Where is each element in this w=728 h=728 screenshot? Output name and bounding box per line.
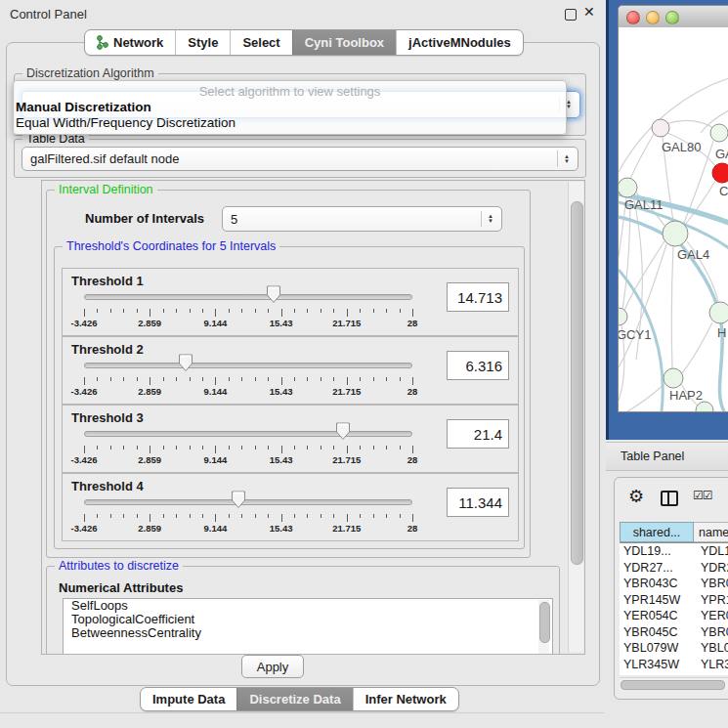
attribute-list-item[interactable]: TopologicalCoefficient (64, 613, 552, 626)
attribute-list-item[interactable]: SelfLoops (64, 599, 552, 613)
cell-shared-name[interactable]: YBR045C (620, 625, 697, 639)
table-horizontal-scrollbar[interactable] (620, 677, 728, 690)
tab-infer-network[interactable]: Infer Network (353, 688, 458, 710)
threshold-value-field[interactable]: 6.316 (447, 351, 509, 380)
tick (400, 309, 401, 313)
threshold-value-field[interactable]: 11.344 (447, 488, 509, 517)
tick (110, 309, 111, 313)
tick (255, 514, 256, 518)
slider-track[interactable] (84, 431, 412, 437)
table-row[interactable]: YDR27...YDR2 (620, 560, 728, 577)
slider-track[interactable] (84, 363, 412, 368)
network-node-label: H (717, 325, 726, 340)
cell-shared-name[interactable]: YPR145W (620, 593, 697, 607)
table-data-combobox[interactable]: galFiltered.sif default node ▲▼ (21, 147, 578, 171)
cell-shared-name[interactable]: YER054C (620, 609, 697, 622)
table-row[interactable]: YIL052CYIL0 (620, 672, 728, 675)
threshold-slider[interactable]: -3.4262.8599.14415.4321.71528 (84, 422, 412, 467)
thresholds-group: Threshold's Coordinates for 5 Intervals … (54, 246, 525, 549)
cell-name[interactable]: YBR0 (697, 577, 728, 590)
tab-cyni-toolbox[interactable]: Cyni Toolbox (292, 30, 396, 55)
number-of-intervals-combobox[interactable]: 5 ▲▼ (222, 206, 502, 232)
slider-thumb[interactable] (231, 491, 246, 509)
apply-button[interactable]: Apply (241, 655, 304, 678)
dropdown-item-equal-width[interactable]: Equal Width/Frequency Discretization (16, 115, 236, 130)
slider-track[interactable] (84, 294, 412, 300)
network-node-HAP2[interactable] (664, 368, 683, 388)
table-row[interactable]: YBR045CYBR0 (620, 624, 728, 641)
dropdown-item-manual-discretization[interactable]: Manual Discretization (16, 100, 151, 114)
tick-label: 2.859 (138, 454, 161, 465)
tick (123, 514, 124, 518)
minimize-traffic-light[interactable] (646, 11, 660, 24)
network-node-GCY1[interactable] (619, 308, 627, 325)
table-row[interactable]: YBR043CYBR0 (620, 576, 728, 592)
zoom-traffic-light[interactable] (665, 11, 679, 24)
slider-thumb[interactable] (335, 422, 351, 441)
network-node-GAL11[interactable] (619, 178, 637, 197)
threshold-slider[interactable]: -3.4262.8599.14415.4321.71528 (84, 491, 412, 535)
attributes-scrollbar-thumb[interactable] (539, 602, 550, 643)
tab-select[interactable]: Select (230, 30, 291, 55)
settings-vertical-scrollbar[interactable] (568, 182, 583, 652)
cell-name[interactable]: YDR2 (697, 561, 728, 575)
cell-name[interactable]: YBR0 (697, 625, 728, 639)
table-row[interactable]: YER054CYER0 (620, 608, 728, 624)
tick (202, 514, 203, 518)
threshold-value-field[interactable]: 21.4 (447, 419, 509, 449)
cell-shared-name[interactable]: YBL079W (620, 641, 697, 655)
cell-name[interactable]: YER0 (697, 609, 728, 622)
column-header-shared-name[interactable]: shared... (620, 522, 694, 542)
tab-discretize-data[interactable]: Discretize Data (236, 688, 352, 710)
table-row[interactable]: YBL079WYBL0 (620, 640, 728, 657)
column-header-name[interactable]: name (694, 522, 728, 542)
close-icon[interactable]: ✕ (583, 4, 595, 20)
attribute-list-item[interactable]: BetweennessCentrality (64, 626, 552, 640)
table-row[interactable]: YDL19...YDL1 (620, 543, 728, 560)
cell-shared-name[interactable]: YBR043C (620, 577, 697, 590)
network-graph[interactable]: GAL80GACGAL11GAL4GCY1HHAP2 (619, 27, 728, 411)
cell-shared-name[interactable]: YIL052C (620, 673, 697, 675)
tick (176, 514, 177, 518)
close-traffic-light[interactable] (626, 11, 640, 24)
slider-thumb[interactable] (178, 354, 193, 372)
numerical-attributes-list[interactable]: SelfLoopsTopologicalCoefficientBetweenne… (63, 598, 553, 655)
threshold-value-field[interactable]: 14.713 (447, 282, 509, 312)
table-row[interactable]: YPR145WYPR1 (620, 592, 728, 609)
cell-name[interactable]: YBL0 (697, 641, 728, 655)
settings-scrollbar-thumb[interactable] (571, 201, 583, 565)
slider-track[interactable] (84, 499, 412, 505)
table-row[interactable]: YLR345WYLR3 (620, 657, 728, 673)
tick (110, 377, 111, 381)
cell-name[interactable]: YLR3 (697, 658, 728, 671)
slider-thumb[interactable] (266, 285, 281, 304)
column-layout-icon[interactable] (661, 491, 678, 506)
network-node-GAL-right[interactable] (710, 124, 728, 142)
cell-shared-name[interactable]: YDL19... (620, 544, 697, 558)
select-columns-icon[interactable]: ☑☑ (693, 489, 712, 502)
cell-shared-name[interactable]: YDR27... (620, 561, 697, 575)
threshold-slider[interactable]: -3.4262.8599.14415.4321.71528 (84, 285, 412, 330)
cell-name[interactable]: YPR1 (697, 593, 728, 607)
network-canvas[interactable]: GAL80GACGAL11GAL4GCY1HHAP2 (619, 27, 728, 411)
tab-jactivemnodules[interactable]: jActiveMNodules (396, 30, 523, 55)
tick-label: 28 (407, 318, 418, 328)
tab-style[interactable]: Style (175, 30, 230, 55)
cell-name[interactable]: YIL0 (697, 673, 728, 675)
tick (215, 309, 216, 317)
tab-network[interactable]: Network (85, 30, 175, 55)
network-node-bottom-node[interactable] (696, 402, 713, 411)
threshold-slider[interactable]: -3.4262.8599.14415.4321.71528 (84, 354, 412, 399)
network-node-GAL4[interactable] (663, 221, 688, 246)
tab-impute-data[interactable]: Impute Data (141, 688, 236, 710)
table-scrollbar-thumb[interactable] (621, 680, 725, 690)
cell-name[interactable]: YDL1 (697, 544, 728, 558)
float-window-icon[interactable] (565, 9, 577, 21)
network-node-GAL80[interactable] (652, 119, 669, 137)
cell-shared-name[interactable]: YLR345W (620, 658, 697, 671)
network-node-red-node[interactable] (712, 163, 728, 183)
attributes-list-scrollbar[interactable] (538, 600, 549, 655)
network-node-H-node[interactable] (709, 302, 728, 323)
network-window-titlebar[interactable] (619, 6, 728, 28)
gear-icon[interactable]: ⚙ (628, 486, 644, 507)
